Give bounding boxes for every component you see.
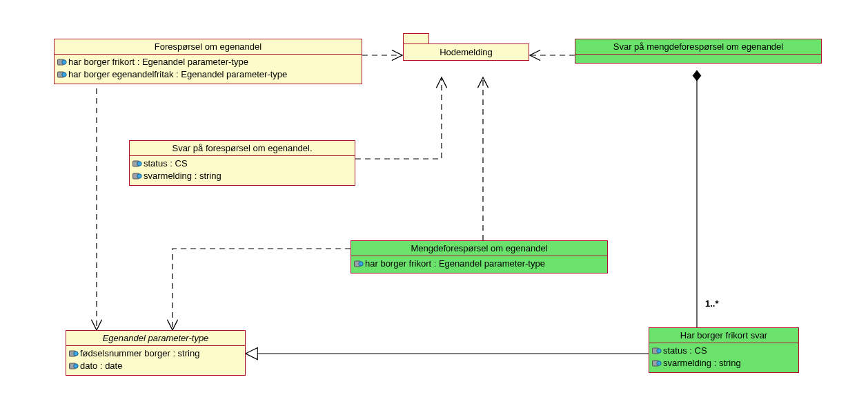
attribute-icon bbox=[57, 57, 67, 67]
attribute-text: fødselsnummer borger : string bbox=[80, 347, 199, 360]
class-body: fødselsnummer borger : string dato : dat… bbox=[66, 346, 245, 375]
class-body: har borger frikort : Egenandel parameter… bbox=[55, 55, 362, 84]
class-body: har borger frikort : Egenandel parameter… bbox=[351, 256, 607, 273]
attribute-icon bbox=[652, 358, 662, 368]
class-title: Mengdeforespørsel om egenandel bbox=[351, 241, 607, 256]
edge-svarfor-to-hodemelding bbox=[355, 77, 442, 159]
svg-point-13 bbox=[74, 364, 78, 368]
class-har-borger-frikort-svar: Har borger frikort svar status : CS svar… bbox=[649, 327, 799, 373]
attribute-text: har borger frikort : Egenandel parameter… bbox=[365, 258, 545, 270]
attribute-row: status : CS bbox=[652, 345, 796, 357]
class-svar-foresporsel: Svar på forespørsel om egenandel. status… bbox=[129, 140, 355, 186]
package-title: Hodemelding bbox=[440, 47, 493, 57]
attribute-row: dato : date bbox=[69, 360, 242, 372]
class-body: status : CS svarmelding : string bbox=[649, 343, 798, 372]
svg-point-11 bbox=[74, 352, 78, 356]
class-body bbox=[575, 55, 821, 63]
class-body: status : CS svarmelding : string bbox=[130, 156, 355, 185]
diagram-canvas: Forespørsel om egenandel har borger frik… bbox=[0, 0, 868, 413]
class-egenandel-parameter-type: Egenandel parameter-type fødselsnummer b… bbox=[66, 330, 246, 376]
svg-point-15 bbox=[657, 349, 661, 353]
attribute-icon bbox=[69, 349, 79, 358]
attribute-row: har borger frikort : Egenandel parameter… bbox=[57, 56, 359, 68]
svg-point-17 bbox=[657, 361, 661, 365]
class-svar-mengdeforesporsel: Svar på mengdeforespørsel om egenandel bbox=[575, 39, 822, 64]
package-body: Hodemelding bbox=[403, 44, 529, 61]
attribute-icon bbox=[57, 70, 67, 79]
attribute-icon bbox=[132, 171, 142, 181]
svg-point-1 bbox=[62, 60, 66, 64]
attribute-icon bbox=[652, 346, 662, 356]
class-foresporsel-om-egenandel: Forespørsel om egenandel har borger frik… bbox=[54, 39, 362, 84]
attribute-row: har borger frikort : Egenandel parameter… bbox=[354, 258, 604, 270]
attribute-text: status : CS bbox=[144, 157, 188, 170]
attribute-icon bbox=[354, 259, 364, 269]
attribute-text: svarmelding : string bbox=[663, 357, 741, 369]
svg-point-9 bbox=[359, 262, 363, 266]
class-title: Forespørsel om egenandel bbox=[55, 39, 362, 55]
attribute-icon bbox=[132, 159, 142, 169]
attribute-text: svarmelding : string bbox=[144, 170, 221, 182]
class-title: Svar på mengdeforespørsel om egenandel bbox=[575, 39, 821, 55]
attribute-text: status : CS bbox=[663, 345, 707, 357]
attribute-row: har borger egenandelfritak : Egenandel p… bbox=[57, 68, 359, 81]
attribute-text: dato : date bbox=[80, 360, 122, 372]
attribute-text: har borger egenandelfritak : Egenandel p… bbox=[68, 68, 287, 81]
attribute-row: svarmelding : string bbox=[652, 357, 796, 369]
package-hodemelding: Hodemelding bbox=[403, 33, 529, 77]
svg-point-5 bbox=[137, 162, 141, 166]
attribute-icon bbox=[69, 361, 79, 371]
svg-point-7 bbox=[137, 174, 141, 178]
package-tab bbox=[403, 33, 429, 44]
svg-point-3 bbox=[62, 73, 66, 77]
attribute-row: fødselsnummer borger : string bbox=[69, 347, 242, 360]
attribute-row: status : CS bbox=[132, 157, 352, 170]
multiplicity-label: 1..* bbox=[705, 298, 719, 309]
class-title: Svar på forespørsel om egenandel. bbox=[130, 141, 355, 156]
attribute-text: har borger frikort : Egenandel parameter… bbox=[68, 56, 248, 68]
edge-mengdefor-to-param bbox=[172, 249, 351, 330]
class-title: Egenandel parameter-type bbox=[66, 331, 245, 346]
class-mengdeforesporsel: Mengdeforespørsel om egenandel har borge… bbox=[351, 240, 608, 273]
class-title: Har borger frikort svar bbox=[649, 328, 798, 343]
attribute-row: svarmelding : string bbox=[132, 170, 352, 182]
